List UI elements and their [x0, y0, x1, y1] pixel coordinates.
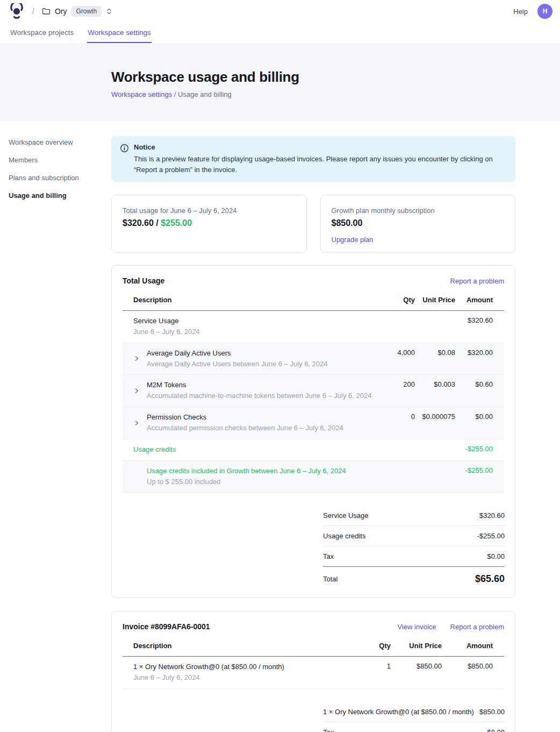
tab[interactable]: Workspace settings: [87, 23, 152, 43]
workspace-tabs: Workspace projects Workspace settings: [0, 23, 560, 43]
grand-total-row: Total $65.60: [323, 566, 505, 587]
summary-cards: Total usage for June 6 – July 6, 2024 $3…: [111, 195, 515, 253]
table-row: Usage credits -$255.00: [123, 439, 504, 461]
summary-value: $850.00: [479, 708, 505, 716]
table-row: Service Usage June 6 – July 6, 2024 $320…: [123, 311, 504, 343]
invoice-card: Invoice #8099AFA6-0001 View invoice Repo…: [111, 611, 515, 732]
breadcrumb-settings-link[interactable]: Workspace settings: [111, 90, 172, 98]
page-hero: Workspace usage and billing Workspace se…: [0, 43, 560, 121]
caret-sort-icon: [106, 8, 112, 15]
summary-value: $0.00: [487, 728, 505, 732]
workspace-switcher[interactable]: Ory Growth: [42, 6, 112, 17]
row-amount: $320.00: [455, 348, 493, 357]
summary-row: Tax $0.00: [323, 722, 505, 732]
total-usage-label: Total usage for June 6 – July 6, 2024: [123, 207, 296, 215]
invoice-title: Invoice #8099AFA6-0001: [123, 622, 210, 631]
invoice-table-header: Description Qty Unit Price Amount: [123, 634, 504, 657]
usage-separator: /: [154, 218, 161, 228]
row-label: Permission Checks: [147, 412, 343, 423]
avatar[interactable]: H: [537, 4, 552, 19]
col-amount: Amount: [455, 296, 493, 304]
row-unit-price: [415, 466, 455, 466]
chevron-right-icon[interactable]: [133, 419, 147, 427]
summary-value: $0.00: [487, 552, 505, 560]
plan-card: Growth plan monthly subscription $850.00…: [320, 195, 516, 253]
total-usage-table-card: Total Usage Report a problem Description…: [111, 265, 515, 598]
ory-logo[interactable]: [10, 3, 24, 19]
total-label: Total: [323, 575, 338, 583]
report-problem-link[interactable]: Report a problem: [450, 277, 504, 285]
upgrade-plan-link[interactable]: Upgrade plan: [332, 236, 374, 244]
row-unit-price: $0.08: [415, 348, 455, 357]
chevron-right-icon[interactable]: [133, 354, 147, 362]
topbar-right: Help H: [513, 4, 552, 19]
table-row: Average Daily Active Users Average Daily…: [123, 343, 504, 375]
notice-banner: Notice This is a preview feature for dis…: [111, 136, 515, 182]
row-qty: 0: [372, 412, 415, 421]
sidebar-item[interactable]: Plans and subscription: [9, 172, 111, 184]
summary-label: Tax: [323, 552, 334, 560]
summary-label: 1 × Ory Network Growth@0 (at $850.00 / m…: [323, 708, 474, 716]
row-amount: -$255.00: [455, 444, 493, 453]
row-subtext: Accumulated machine-to-machine tokens be…: [147, 390, 371, 401]
folder-icon: [42, 7, 51, 16]
row-amount: -$255.00: [455, 466, 493, 474]
row-label: Usage credits: [133, 444, 176, 455]
plan-label: Growth plan monthly subscription: [332, 207, 505, 215]
row-amount: $850.00: [442, 662, 493, 670]
invoice-table: Description Qty Unit Price Amount 1: [123, 634, 504, 689]
content-area: Workspace overview Members Plans and sub…: [0, 121, 560, 732]
col-amount: Amount: [442, 642, 493, 650]
row-subtext: Accumulated permission checks between Ju…: [147, 423, 343, 433]
summary-value: $320.60: [479, 511, 505, 520]
credit-amount: $255.00: [161, 218, 192, 228]
main-panel: Notice This is a preview feature for dis…: [111, 136, 515, 732]
help-link[interactable]: Help: [513, 8, 528, 16]
report-problem-link[interactable]: Report a problem: [450, 623, 504, 631]
row-unit-price: $0.000075: [415, 412, 455, 421]
row-unit-price: [415, 444, 455, 445]
col-unit-price: Unit Price: [391, 642, 442, 650]
sidebar-item[interactable]: Usage and billing: [9, 189, 111, 202]
col-description: Description: [133, 642, 358, 650]
notice-title: Notice: [134, 143, 507, 151]
page-title: Workspace usage and billing: [111, 69, 560, 86]
row-qty: 1: [358, 662, 391, 670]
row-qty: 4,000: [372, 348, 415, 357]
chevron-right-icon[interactable]: [133, 387, 147, 394]
row-qty: [372, 444, 415, 445]
view-invoice-link[interactable]: View invoice: [398, 623, 436, 631]
col-qty: Qty: [372, 296, 415, 304]
row-unit-price: $850.00: [391, 662, 442, 670]
sidebar-item[interactable]: Members: [9, 154, 111, 166]
summary-value: -$255.00: [477, 532, 505, 540]
sidebar-item[interactable]: Workspace overview: [9, 136, 111, 148]
summary-label: Tax: [323, 728, 334, 732]
row-subtext: Up to $ 255.00 included: [147, 477, 346, 487]
row-label: 1 × Ory Network Growth@0 (at $850.00 / m…: [133, 662, 284, 672]
top-bar: / Ory Growth Help H: [0, 0, 560, 23]
row-qty: 200: [372, 380, 415, 388]
row-label: M2M Tokens: [147, 380, 371, 390]
summary-row: Usage credits -$255.00: [323, 526, 505, 546]
breadcrumb: Workspace settings / Usage and billing: [111, 90, 560, 98]
summary-label: Usage credits: [323, 532, 365, 540]
summary-label: Service Usage: [323, 511, 369, 520]
notice-body: This is a preview feature for displaying…: [134, 154, 507, 175]
row-amount: $0.00: [455, 412, 493, 421]
usage-table: Description Qty Unit Price Amount S: [123, 288, 504, 493]
table-row: Permission Checks Accumulated permission…: [123, 407, 504, 439]
breadcrumb-current: / Usage and billing: [174, 90, 232, 98]
row-unit-price: [415, 316, 455, 316]
tab[interactable]: Workspace projects: [10, 23, 74, 43]
row-unit-price: $0.003: [415, 380, 455, 388]
breadcrumb-separator: /: [32, 7, 34, 16]
row-label: Service Usage: [133, 316, 200, 326]
usage-amount: $320.60: [123, 218, 154, 228]
row-qty: [372, 466, 415, 466]
col-qty: Qty: [358, 642, 391, 650]
row-qty: [372, 316, 415, 316]
invoice-totals: 1 × Ory Network Growth@0 (at $850.00 / m…: [323, 702, 505, 732]
summary-row: Service Usage $320.60: [323, 506, 505, 526]
plan-badge: Growth: [71, 6, 102, 17]
